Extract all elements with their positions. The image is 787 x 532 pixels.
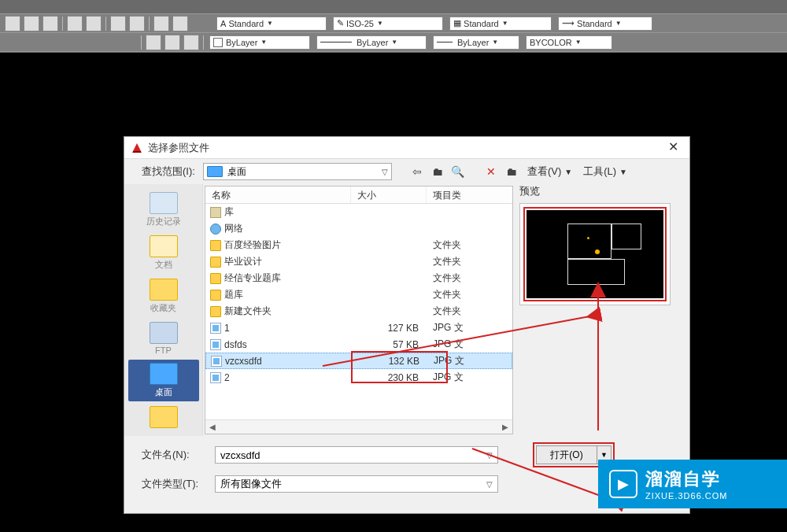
tool-zoom-icon[interactable] (110, 16, 126, 31)
places-sidebar: 历史记录 文档 收藏夹 FTP 桌面 (124, 184, 203, 436)
color-dropdown[interactable]: ByLayer▼ (209, 35, 310, 50)
close-button[interactable]: ✕ (663, 139, 683, 157)
color-value: ByLayer (226, 38, 257, 47)
multileader-style-dropdown[interactable]: ⟿ Standard▼ (558, 17, 652, 31)
tool-new-icon[interactable] (5, 16, 20, 31)
view-button[interactable]: 查看(V)▼ (524, 164, 575, 179)
desktop-icon (150, 363, 178, 385)
ftp-icon (150, 322, 178, 344)
filetype-dropdown[interactable]: 所有图像文件 ▽ (215, 475, 498, 493)
file-size-cell: 57 KB (351, 339, 427, 350)
desktop-icon (207, 166, 223, 177)
plotstyle-dropdown[interactable]: BYCOLOR▼ (526, 35, 612, 50)
file-row[interactable]: 网络 (205, 220, 512, 237)
dim-style-dropdown[interactable]: ✎ ISO-25▼ (333, 17, 443, 31)
layer-icon[interactable] (146, 35, 161, 50)
sidebar-item-label: 桌面 (155, 387, 172, 397)
file-row[interactable]: 百度经验图片文件夹 (205, 237, 512, 253)
file-name-cell: 网络 (205, 222, 351, 235)
sidebar-item-label: 文档 (155, 260, 172, 269)
file-row[interactable]: 库 (205, 204, 512, 220)
file-type-cell: JPG 文 (427, 321, 512, 334)
tool-properties-icon[interactable] (153, 16, 169, 31)
file-row[interactable]: 2230 KBJPG 文 (205, 369, 512, 386)
image-icon (210, 372, 221, 383)
watermark-title: 溜溜自学 (645, 467, 727, 491)
tool-save-icon[interactable] (42, 16, 58, 31)
library-icon (210, 207, 221, 218)
file-row[interactable]: 题库文件夹 (205, 286, 512, 303)
file-row[interactable]: 经信专业题库文件夹 (205, 270, 512, 286)
image-icon (211, 356, 222, 367)
file-list: 名称 大小 项目类 库网络百度经验图片文件夹毕业设计文件夹经信专业题库文件夹题库… (205, 186, 513, 434)
filename-input[interactable]: vzcxsdfd ▽ (215, 446, 498, 464)
layer-prev-icon[interactable] (164, 35, 180, 50)
preview-image (519, 203, 671, 305)
file-type-cell: 文件夹 (427, 288, 512, 301)
tools-button[interactable]: 工具(L)▼ (580, 164, 630, 179)
sidebar-item-history[interactable]: 历史记录 (128, 189, 199, 231)
delete-icon[interactable]: ✕ (483, 164, 499, 179)
file-name-cell: 1 (205, 323, 351, 334)
play-icon: ▶ (609, 470, 637, 498)
linetype-dropdown[interactable]: ByLayer▼ (316, 35, 427, 50)
folder-icon (210, 240, 221, 251)
new-folder-icon[interactable]: 🖿 (504, 164, 519, 179)
tool-match-icon[interactable] (172, 16, 188, 31)
lineweight-dropdown[interactable]: ByLayer▼ (433, 35, 519, 50)
file-name-cell: 库 (205, 205, 351, 219)
file-size-cell: 230 KB (351, 372, 427, 383)
sidebar-item-desktop[interactable]: 桌面 (128, 360, 199, 401)
file-size-cell: 132 KB (352, 356, 427, 367)
column-name[interactable]: 名称 (205, 187, 351, 203)
table-style-dropdown[interactable]: ▦ Standard▼ (449, 17, 552, 31)
file-type-cell: 文件夹 (427, 255, 512, 268)
sidebar-item-label: FTP (155, 345, 172, 355)
sidebar-item-more[interactable] (128, 403, 199, 430)
file-name-cell: dsfds (205, 339, 351, 350)
filename-value: vzcxsdfd (220, 449, 260, 461)
dialog-title: 选择参照文件 (148, 141, 663, 155)
column-size[interactable]: 大小 (351, 187, 427, 203)
open-button[interactable]: 打开(O) (536, 445, 597, 464)
location-value: 桌面 (227, 165, 246, 179)
file-row[interactable]: 1127 KBJPG 文 (205, 320, 512, 336)
file-name-cell: 毕业设计 (205, 255, 351, 268)
file-type-cell: 文件夹 (427, 305, 512, 318)
file-open-dialog: 选择参照文件 ✕ 查找范围(I): 桌面 ▽ ⇦ 🖿 🔍 ✕ 🖿 查看(V)▼ … (124, 136, 690, 514)
file-row[interactable]: dsfds57 KBJPG 文 (205, 336, 512, 353)
layer-states-icon[interactable] (183, 35, 199, 50)
text-style-dropdown[interactable]: A Standard▼ (216, 17, 327, 31)
location-dropdown[interactable]: 桌面 ▽ (203, 163, 392, 180)
file-name-cell: 经信专业题库 (205, 272, 351, 285)
back-icon[interactable]: ⇦ (409, 164, 425, 179)
search-icon[interactable]: 🔍 (450, 164, 466, 179)
tool-undo-icon[interactable] (67, 16, 83, 31)
file-type-cell: JPG 文 (427, 371, 512, 384)
more-icon (150, 406, 178, 428)
location-label: 查找范围(I): (142, 164, 195, 179)
plotstyle-value: BYCOLOR (530, 38, 572, 47)
file-row[interactable]: 新建文件夹文件夹 (205, 303, 512, 320)
tool-open-icon[interactable] (24, 16, 39, 31)
multileader-style-value: Standard (577, 19, 612, 28)
folder-icon (210, 306, 221, 317)
folder-icon (210, 273, 221, 284)
horizontal-scrollbar[interactable]: ◀ ▶ (205, 419, 512, 434)
up-folder-icon[interactable]: 🖿 (430, 164, 445, 179)
tool-pan-icon[interactable] (129, 16, 145, 31)
tool-redo-icon[interactable] (86, 16, 102, 31)
main-menu[interactable] (3, 6, 16, 9)
sidebar-item-documents[interactable]: 文档 (128, 232, 199, 274)
file-row[interactable]: 毕业设计文件夹 (205, 253, 512, 270)
sidebar-item-ftp[interactable]: FTP (128, 319, 199, 358)
sidebar-item-favorites[interactable]: 收藏夹 (128, 275, 199, 317)
file-type-cell: 文件夹 (427, 238, 512, 252)
sidebar-item-label: 历史记录 (146, 216, 181, 226)
filetype-label: 文件类型(T): (142, 477, 209, 491)
svg-rect-1 (133, 151, 141, 153)
file-row[interactable]: vzcxsdfd132 KBJPG 文 (205, 353, 512, 369)
folder-icon (210, 257, 221, 268)
dim-style-value: ISO-25 (346, 19, 374, 28)
column-type[interactable]: 项目类 (427, 187, 512, 203)
